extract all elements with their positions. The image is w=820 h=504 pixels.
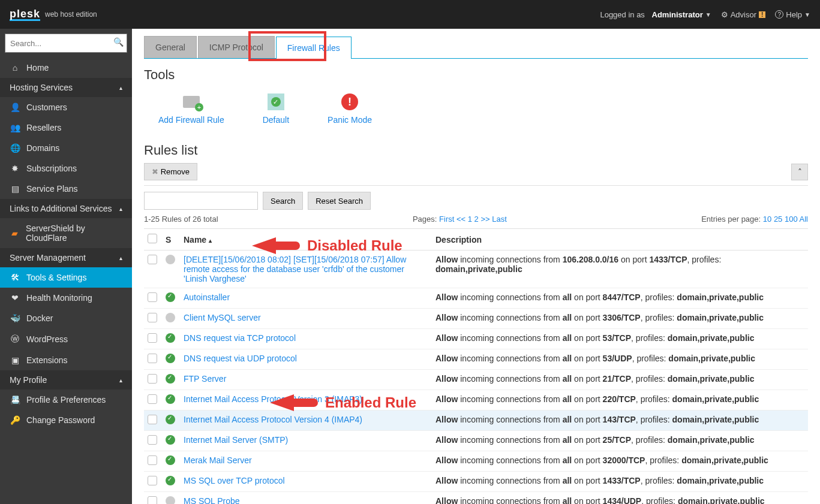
entries-links[interactable]: 10 25 100 All — [763, 215, 808, 224]
tab-firewall rules[interactable]: Firewall Rules — [276, 37, 352, 59]
row-checkbox[interactable] — [148, 313, 157, 322]
status-icon[interactable] — [166, 435, 175, 445]
rule-name-link[interactable]: MS SQL over TCP protocol — [184, 476, 285, 485]
sidebar-section-hosting[interactable]: Hosting Services▴ — [0, 78, 132, 97]
rule-name-link[interactable]: [DELETE][15/06/2018 08:02] [SET][15/06/2… — [184, 255, 406, 283]
row-checkbox[interactable] — [148, 394, 157, 404]
rule-name-link[interactable]: FTP Server — [184, 374, 226, 384]
sidebar-item-home[interactable]: ⌂Home — [0, 58, 132, 78]
rule-name-link[interactable]: DNS request via UDP protocol — [184, 354, 297, 363]
status-icon[interactable] — [166, 354, 175, 363]
search-icon[interactable]: 🔍 — [113, 37, 124, 47]
logged-in-user[interactable]: Administrator — [652, 10, 703, 19]
remove-button[interactable]: ✖ Remove — [144, 163, 197, 180]
col-status[interactable]: S — [162, 229, 180, 251]
sidebar-section-profile[interactable]: My Profile▴ — [0, 370, 132, 390]
rule-name-link[interactable]: MS SQL Probe — [184, 496, 240, 504]
table-row: Internet Mail Access Protocol Version 3 … — [144, 390, 808, 411]
sidebar-item-tools-settings[interactable]: 🛠Tools & Settings — [0, 267, 132, 288]
rule-description: Allow incoming connections from all on p… — [432, 431, 808, 451]
row-checkbox[interactable] — [148, 255, 157, 264]
row-checkbox[interactable] — [148, 415, 157, 424]
chevron-up-icon: ▴ — [119, 255, 122, 261]
select-all-checkbox[interactable] — [148, 234, 157, 243]
reset-search-button[interactable]: Reset Search — [308, 192, 371, 210]
sidebar-item-health-monitoring[interactable]: ❤Health Monitoring — [0, 288, 132, 308]
rule-name-link[interactable]: Autoinstaller — [184, 292, 230, 302]
row-checkbox[interactable] — [148, 476, 157, 485]
status-icon[interactable] — [166, 476, 175, 485]
row-checkbox[interactable] — [148, 354, 157, 363]
rule-name-link[interactable]: Internet Mail Access Protocol Version 4 … — [184, 415, 362, 424]
status-icon[interactable] — [166, 415, 175, 424]
rule-name-link[interactable]: Merak Mail Server — [184, 455, 252, 465]
logged-in-label: Logged in as Administrator ▼ — [600, 10, 711, 19]
sidebar-item-extensions[interactable]: ▣Extensions — [0, 350, 132, 370]
table-row: MS SQL over TCP protocol Allow incoming … — [144, 472, 808, 492]
pagination-links[interactable]: First << 1 2 >> Last — [439, 215, 507, 224]
rule-name-link[interactable]: Internet Mail Server (SMTP) — [184, 435, 288, 445]
advisor-link[interactable]: ⚙ Advisor ! — [721, 10, 766, 19]
row-checkbox[interactable] — [148, 374, 157, 384]
status-icon[interactable] — [166, 496, 175, 504]
sidebar-item-servershield[interactable]: ▰ServerShield by CloudFlare — [0, 218, 132, 248]
sidebar-nav: ⌂Home Hosting Services▴ 👤Customers👥Resel… — [0, 58, 132, 430]
collapse-button[interactable]: ˄ — [791, 164, 808, 180]
search-button[interactable]: Search — [263, 192, 303, 210]
search-input[interactable] — [5, 34, 127, 53]
status-icon[interactable] — [166, 333, 175, 343]
table-row: Internet Mail Server (SMTP) Allow incomi… — [144, 431, 808, 451]
rule-name-link[interactable]: DNS request via TCP protocol — [184, 333, 296, 343]
sidebar-item-docker[interactable]: 🐳Docker — [0, 308, 132, 328]
status-icon[interactable] — [166, 313, 175, 322]
tool-label: Panic Mode — [328, 115, 372, 125]
help-label: Help — [786, 10, 802, 19]
table-row: Internet Mail Access Protocol Version 4 … — [144, 411, 808, 431]
status-icon[interactable] — [166, 292, 175, 302]
sidebar-item-label: Service Plans — [26, 184, 78, 194]
nav-item-icon: ✸ — [10, 164, 20, 173]
status-icon[interactable] — [166, 374, 175, 384]
rules-table: S Name ▴ Description [DELETE][15/06/2018… — [144, 229, 808, 504]
tool-default[interactable]: ✓Default — [263, 92, 289, 125]
sidebar-item-domains[interactable]: 🌐Domains — [0, 138, 132, 158]
tool-label: Add Firewall Rule — [158, 115, 224, 125]
sidebar-item-change-password[interactable]: 🔑Change Password — [0, 410, 132, 430]
status-icon[interactable] — [166, 255, 175, 264]
tool-panic mode[interactable]: !Panic Mode — [328, 92, 372, 125]
col-name[interactable]: Name ▴ — [180, 229, 432, 251]
row-checkbox[interactable] — [148, 496, 157, 504]
rule-description: Allow incoming connections from all on p… — [432, 329, 808, 349]
tab-general[interactable]: General — [144, 36, 197, 58]
row-checkbox[interactable] — [148, 455, 157, 465]
help-link[interactable]: ? Help ▼ — [775, 10, 810, 19]
sidebar-item-label: Domains — [26, 143, 59, 153]
sidebar-search: 🔍 — [0, 29, 132, 58]
tab-icmp protocol[interactable]: ICMP Protocol — [198, 36, 275, 58]
sidebar-item-customers[interactable]: 👤Customers — [0, 97, 132, 117]
nav-item-icon: 🛠 — [10, 273, 20, 282]
sidebar-item-service plans[interactable]: ▤Service Plans — [0, 179, 132, 199]
status-icon[interactable] — [166, 455, 175, 465]
sidebar-item-resellers[interactable]: 👥Resellers — [0, 117, 132, 138]
panic-icon: ! — [340, 92, 359, 111]
sidebar-item-label: Resellers — [26, 123, 61, 132]
sidebar-item-profile-preferences[interactable]: 📇Profile & Preferences — [0, 390, 132, 410]
status-icon[interactable] — [166, 394, 175, 404]
row-checkbox[interactable] — [148, 435, 157, 445]
table-row: FTP Server Allow incoming connections fr… — [144, 370, 808, 390]
row-checkbox[interactable] — [148, 292, 157, 302]
nav-item-icon: ▣ — [10, 355, 20, 365]
sidebar-item-wordpress[interactable]: ⓦWordPress — [0, 328, 132, 350]
firewall-add-icon: + — [182, 92, 201, 111]
sidebar-section-links[interactable]: Links to Additional Services▴ — [0, 199, 132, 218]
pagination: Pages: First << 1 2 >> Last — [413, 215, 507, 224]
rule-name-link[interactable]: Client MySQL server — [184, 313, 261, 322]
sidebar-section-server[interactable]: Server Management▴ — [0, 248, 132, 267]
tool-add firewall rule[interactable]: +Add Firewall Rule — [158, 92, 224, 125]
sidebar-item-subscriptions[interactable]: ✸Subscriptions — [0, 158, 132, 179]
rule-name-link[interactable]: Internet Mail Access Protocol Version 3 … — [184, 394, 362, 404]
rules-search-input[interactable] — [144, 192, 258, 210]
sidebar: 🔍 ⌂Home Hosting Services▴ 👤Customers👥Res… — [0, 29, 132, 504]
row-checkbox[interactable] — [148, 333, 157, 343]
